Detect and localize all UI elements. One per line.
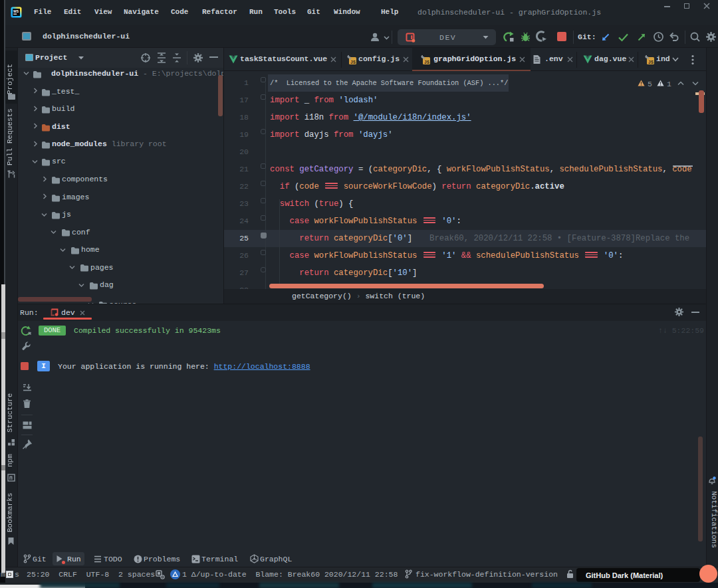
svg-text:JS: JS [350, 60, 356, 65]
svg-text:WS: WS [13, 9, 19, 13]
svg-text:JS: JS [648, 60, 654, 65]
svg-text:JS: JS [424, 60, 429, 65]
